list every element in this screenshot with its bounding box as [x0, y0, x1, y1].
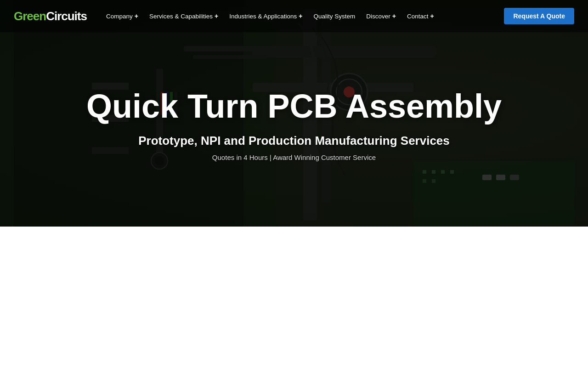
nav-item-contact[interactable]: Contact +	[401, 12, 440, 20]
nav-link-quality[interactable]: Quality System	[308, 13, 361, 20]
nav-item-industries[interactable]: Industries & Applications +	[224, 12, 308, 20]
nav-links: Company + Services & Capabilities + Indu…	[101, 12, 504, 20]
nav-link-company[interactable]: Company +	[101, 12, 144, 20]
hero-content: Quick Turn PCB Assembly Prototype, NPI a…	[0, 0, 588, 227]
plus-icon: +	[135, 12, 138, 20]
hero-section: Quick Turn PCB Assembly Prototype, NPI a…	[0, 0, 588, 227]
nav-link-industries[interactable]: Industries & Applications +	[224, 12, 308, 20]
below-fold-section	[0, 227, 588, 392]
logo-link[interactable]: GreenCircuits	[14, 9, 87, 23]
logo-circuits-text: Circuits	[46, 9, 87, 23]
nav-item-discover[interactable]: Discover +	[361, 12, 401, 20]
plus-icon: +	[430, 12, 434, 20]
plus-icon: +	[299, 12, 302, 20]
nav-item-quality[interactable]: Quality System	[308, 13, 361, 20]
hero-subtitle: Prototype, NPI and Production Manufactur…	[138, 134, 450, 148]
plus-icon: +	[392, 12, 396, 20]
nav-link-contact[interactable]: Contact +	[401, 12, 440, 20]
nav-link-discover[interactable]: Discover +	[361, 12, 401, 20]
logo[interactable]: GreenCircuits	[14, 9, 87, 23]
nav-item-company[interactable]: Company +	[101, 12, 144, 20]
logo-green-text: Green	[14, 9, 46, 23]
main-navigation: GreenCircuits Company + Services & Capab…	[0, 0, 588, 32]
request-quote-button[interactable]: Request A Quote	[504, 8, 574, 24]
hero-title: Quick Turn PCB Assembly	[86, 88, 502, 125]
nav-link-services[interactable]: Services & Capabilities +	[144, 12, 224, 20]
hero-tagline: Quotes in 4 Hours | Award Winning Custom…	[212, 153, 376, 161]
plus-icon: +	[215, 12, 218, 20]
nav-item-services[interactable]: Services & Capabilities +	[144, 12, 224, 20]
